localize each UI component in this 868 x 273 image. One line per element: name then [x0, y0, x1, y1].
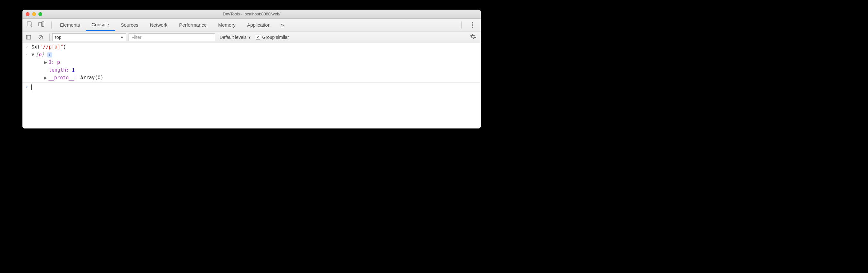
chevron-down-icon: ▾ — [121, 35, 123, 40]
separator — [461, 22, 462, 29]
svg-rect-3 — [26, 35, 31, 39]
filter-placeholder: Filter — [131, 35, 142, 40]
tab-performance[interactable]: Performance — [174, 19, 213, 31]
filter-input[interactable]: Filter — [128, 33, 215, 41]
clear-console-icon[interactable] — [38, 34, 43, 40]
log-levels-selector[interactable]: Default levels ▾ — [220, 35, 251, 40]
tab-memory[interactable]: Memory — [213, 19, 241, 31]
output-marker-icon: ‹ — [26, 52, 31, 57]
result-item-0[interactable]: ▶0: p — [23, 58, 481, 66]
result-summary[interactable]: ▼[p] i — [31, 52, 52, 57]
expr-string: "//p[a]" — [40, 44, 63, 50]
tab-network[interactable]: Network — [144, 19, 174, 31]
tab-sources[interactable]: Sources — [115, 19, 144, 31]
settings-icon[interactable] — [470, 33, 476, 41]
svg-line-6 — [39, 36, 42, 38]
input-marker-icon: › — [26, 44, 31, 49]
expr-fn: $x — [31, 44, 37, 50]
tab-console[interactable]: Console — [86, 19, 115, 31]
prompt-marker-icon: › — [26, 84, 31, 89]
expand-toggle-icon[interactable]: ▶ — [44, 75, 47, 81]
console-prompt-row[interactable]: › — [23, 83, 481, 91]
result-proto[interactable]: ▶__proto__: Array(0) — [23, 74, 481, 82]
chevron-down-icon: ▾ — [248, 35, 251, 40]
titlebar: DevTools - localhost:8080/web/ — [23, 10, 481, 19]
console-expression[interactable]: $x("//p[a]") — [31, 44, 66, 50]
expand-toggle-icon[interactable]: ▶ — [44, 59, 47, 65]
row-divider — [23, 82, 481, 83]
inspect-icon[interactable] — [26, 21, 33, 29]
info-icon[interactable]: i — [47, 52, 52, 57]
tab-application[interactable]: Application — [241, 19, 276, 31]
group-similar-label: Group similar — [262, 35, 289, 40]
console-result-row: ‹ ▼[p] i — [23, 51, 481, 58]
text-cursor — [31, 84, 32, 90]
console-output: › $x("//p[a]") ‹ ▼[p] i ▶0: p length: 1 — [23, 43, 481, 129]
expand-toggle-icon[interactable]: ▼ — [31, 52, 34, 57]
panel-tabs: Elements Console Sources Network Perform… — [23, 19, 481, 31]
prompt-input[interactable] — [31, 84, 32, 90]
result-length: length: 1 — [23, 66, 481, 74]
tabs-overflow[interactable]: » — [276, 22, 288, 28]
menu-icon[interactable] — [469, 22, 476, 28]
devtools-window: DevTools - localhost:8080/web/ Elements … — [23, 10, 481, 129]
toggle-sidebar-icon[interactable] — [26, 34, 31, 40]
context-value: top — [55, 35, 61, 40]
console-toolbar: top ▾ Filter Default levels ▾ ✓ Group si… — [23, 31, 481, 43]
separator — [49, 34, 50, 41]
console-input-row: › $x("//p[a]") — [23, 43, 481, 51]
tab-elements[interactable]: Elements — [54, 19, 86, 31]
window-title: DevTools - localhost:8080/web/ — [23, 11, 481, 17]
group-similar-checkbox[interactable]: ✓ — [256, 35, 260, 39]
levels-label: Default levels — [220, 35, 247, 40]
context-selector[interactable]: top ▾ — [52, 33, 126, 41]
separator — [51, 22, 52, 29]
device-toggle-icon[interactable] — [38, 21, 45, 29]
